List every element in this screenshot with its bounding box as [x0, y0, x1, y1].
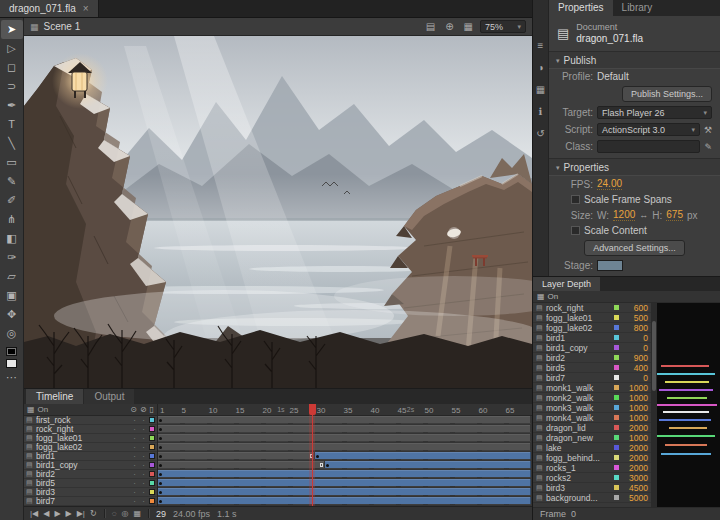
layer-depth-value[interactable]: 2000	[622, 453, 648, 463]
hand-tool-icon[interactable]: ✥	[1, 305, 23, 324]
layer-visibility-dot[interactable]: ·	[131, 479, 138, 488]
tab-timeline[interactable]: Timeline	[26, 389, 83, 404]
layer-depth-value[interactable]: 3000	[622, 473, 648, 483]
wrench-icon[interactable]: ⚒	[704, 125, 712, 135]
layer-depth-row[interactable]: ▤fogg_lake02800	[533, 323, 651, 333]
camera-tool-icon[interactable]: ▣	[1, 286, 23, 305]
layer-depth-value[interactable]: 500	[622, 313, 648, 323]
layer-outline-color[interactable]	[149, 498, 155, 504]
layer-depth-row[interactable]: ▤monk2_walk1000	[533, 393, 651, 403]
layer-outline-color[interactable]	[149, 489, 155, 495]
layer-visibility-dot[interactable]: ·	[131, 425, 138, 434]
layer-outline-color[interactable]	[149, 426, 155, 432]
advanced-settings-button[interactable]: Advanced Settings...	[584, 240, 685, 256]
fps-readout[interactable]: 24.00 fps	[173, 509, 210, 519]
layer-depth-row[interactable]: ▤bird5400	[533, 363, 651, 373]
layer-lock-dot[interactable]: ·	[140, 434, 147, 443]
frame-span[interactable]	[158, 425, 531, 432]
layer-depth-row[interactable]: ▤bird2900	[533, 353, 651, 363]
frame-span[interactable]	[158, 470, 531, 477]
layer-depth-value[interactable]: 0	[622, 333, 648, 343]
link-dimensions-icon[interactable]: ↔	[639, 210, 648, 220]
layer-depth-value[interactable]: 2000	[622, 443, 648, 453]
history-panel-icon[interactable]: ↺	[536, 128, 544, 139]
fill-color-chip[interactable]	[6, 359, 17, 368]
frame-row[interactable]	[158, 497, 532, 506]
layer-depth-value[interactable]: 5000	[622, 493, 648, 503]
scrollbar-thumb[interactable]	[652, 321, 656, 391]
tab-properties[interactable]: Properties	[549, 0, 613, 16]
frame-span[interactable]	[158, 452, 315, 459]
onion-skin-outlines-icon[interactable]: ◎	[121, 509, 128, 518]
stroke-color-chip[interactable]	[6, 347, 17, 356]
layer-lock-dot[interactable]: ·	[140, 416, 147, 425]
onion-skin-icon[interactable]: ◌	[112, 509, 117, 518]
width-value[interactable]: 1200	[613, 209, 635, 221]
layer-depth-value[interactable]: 0	[622, 343, 648, 353]
zoom-tool-icon[interactable]: ◎	[1, 324, 23, 343]
height-value[interactable]: 675	[666, 209, 683, 221]
pen-tool-icon[interactable]: ✒	[1, 96, 23, 115]
layer-outline-color[interactable]	[149, 480, 155, 486]
frame-ruler[interactable]: 1s2s15101520253035404550556065	[158, 404, 532, 416]
layer-depth-row[interactable]: ▤rock_right600	[533, 303, 651, 313]
layer-depth-row[interactable]: ▤monk1_walk1000	[533, 383, 651, 393]
layer-lock-dot[interactable]: ·	[140, 443, 147, 452]
text-tool-icon[interactable]: T	[1, 115, 23, 134]
stage-color-swatch[interactable]	[597, 260, 623, 271]
tool-options-icon[interactable]: ⋯	[1, 368, 23, 387]
close-icon[interactable]: ×	[83, 3, 89, 14]
layer-visibility-dot[interactable]: ·	[131, 497, 138, 506]
layer-outline-color[interactable]	[149, 444, 155, 450]
edit-multiple-frames-icon[interactable]: ▦	[133, 509, 141, 518]
paint-bucket-tool-icon[interactable]: ◧	[1, 229, 23, 248]
grid-icon[interactable]: ▦	[537, 292, 545, 301]
tab-library[interactable]: Library	[613, 0, 662, 16]
layer-depth-value[interactable]: 1000	[622, 413, 648, 423]
layer-outline-color[interactable]	[149, 435, 155, 441]
eraser-tool-icon[interactable]: ▱	[1, 267, 23, 286]
frame-span[interactable]	[158, 434, 531, 441]
layer-depth-row[interactable]: ▤rocks_12000	[533, 463, 651, 473]
layer-depth-row[interactable]: ▤fogg_behind...2000	[533, 453, 651, 463]
scene-breadcrumb[interactable]: Scene 1	[44, 21, 81, 32]
frame-row[interactable]	[158, 416, 532, 425]
step-back-button[interactable]: ◀	[43, 509, 49, 518]
frame-span[interactable]	[158, 443, 531, 450]
play-button[interactable]: ▶	[54, 509, 60, 518]
frame-row[interactable]	[158, 479, 532, 488]
bone-tool-icon[interactable]: ⋔	[1, 210, 23, 229]
script-select[interactable]: ActionScript 3.0 ▾	[597, 123, 700, 136]
layer-depth-row[interactable]: ▤lake2000	[533, 443, 651, 453]
layer-lock-dot[interactable]: ·	[140, 425, 147, 434]
layer-depth-row[interactable]: ▤dragon_new1000	[533, 433, 651, 443]
depth-viz[interactable]	[657, 303, 720, 507]
frame-row[interactable]	[158, 443, 532, 452]
frame-span[interactable]	[158, 488, 531, 495]
pencil-tool-icon[interactable]: ✎	[1, 172, 23, 191]
selection-tool-icon[interactable]: ➤	[1, 20, 23, 39]
layer-depth-value[interactable]: 600	[622, 303, 648, 313]
loop-button[interactable]: ↻	[90, 509, 97, 518]
layer-depth-value[interactable]: 800	[622, 323, 648, 333]
layer-depth-row[interactable]: ▤monk3_walk1000	[533, 403, 651, 413]
layer-depth-value[interactable]: 1000	[622, 393, 648, 403]
layer-depth-value[interactable]: 1000	[622, 403, 648, 413]
layer-visibility-dot[interactable]: ·	[131, 488, 138, 497]
grid-icon[interactable]: ▦	[462, 21, 475, 32]
layer-lock-dot[interactable]: ·	[140, 488, 147, 497]
frame-row[interactable]	[158, 425, 532, 434]
layer-depth-value[interactable]: 4500	[622, 483, 648, 493]
tab-layer-depth[interactable]: Layer Depth	[533, 277, 600, 291]
layer-visibility-dot[interactable]: ·	[131, 461, 138, 470]
layer-depth-toggle-icon[interactable]: ▦	[27, 405, 35, 414]
layer-outline-color[interactable]	[149, 462, 155, 468]
frame-row[interactable]	[158, 488, 532, 497]
rectangle-tool-icon[interactable]: ▭	[1, 153, 23, 172]
layer-depth-row[interactable]: ▤bird34500	[533, 483, 651, 493]
layer-outline-color[interactable]	[149, 471, 155, 477]
eyedropper-tool-icon[interactable]: ✑	[1, 248, 23, 267]
layer-depth-row[interactable]: ▤dragon_lid2000	[533, 423, 651, 433]
scale-frame-spans-checkbox[interactable]	[571, 195, 580, 204]
class-input[interactable]	[597, 140, 700, 153]
